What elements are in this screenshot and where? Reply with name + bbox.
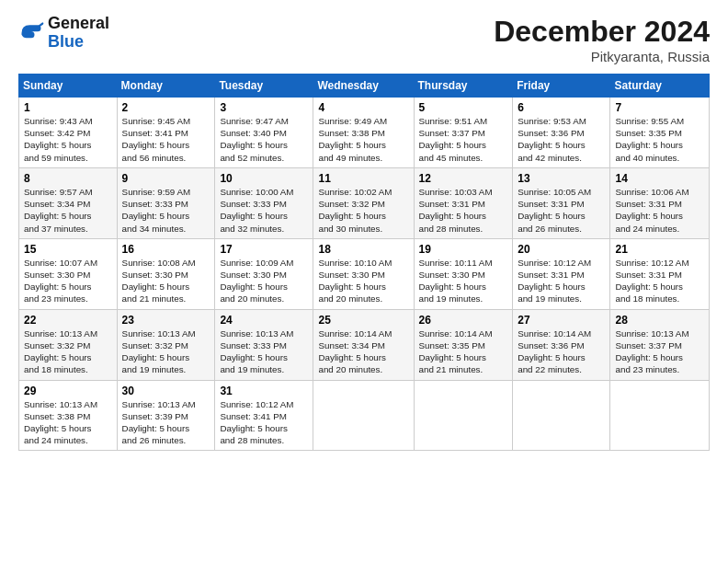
day-number: 9: [122, 172, 210, 185]
calendar-cell: [414, 380, 513, 451]
header-tuesday: Tuesday: [215, 75, 313, 98]
day-info: Sunrise: 9:55 AM Sunset: 3:35 PM Dayligh…: [615, 115, 704, 164]
logo: General Blue: [18, 15, 109, 52]
day-number: 18: [318, 243, 408, 256]
day-info: Sunrise: 10:00 AM Sunset: 3:33 PM Daylig…: [220, 186, 308, 235]
day-number: 8: [24, 172, 112, 185]
calendar-cell: 17Sunrise: 10:09 AM Sunset: 3:30 PM Dayl…: [215, 238, 313, 309]
day-info: Sunrise: 9:47 AM Sunset: 3:40 PM Dayligh…: [220, 115, 308, 164]
calendar-cell: 24Sunrise: 10:13 AM Sunset: 3:33 PM Dayl…: [215, 309, 313, 380]
calendar-cell: 14Sunrise: 10:06 AM Sunset: 3:31 PM Dayl…: [610, 167, 710, 238]
day-info: Sunrise: 10:09 AM Sunset: 3:30 PM Daylig…: [220, 257, 308, 305]
calendar-table: Sunday Monday Tuesday Wednesday Thursday…: [18, 74, 710, 451]
calendar-cell: 26Sunrise: 10:14 AM Sunset: 3:35 PM Dayl…: [414, 309, 513, 380]
calendar-cell: 5Sunrise: 9:51 AM Sunset: 3:37 PM Daylig…: [414, 98, 513, 168]
calendar-cell: [313, 380, 414, 451]
calendar-cell: 27Sunrise: 10:14 AM Sunset: 3:36 PM Dayl…: [513, 309, 610, 380]
calendar-cell: 28Sunrise: 10:13 AM Sunset: 3:37 PM Dayl…: [610, 309, 710, 380]
page: General Blue December 2024 Pitkyaranta, …: [0, 0, 728, 563]
day-number: 3: [220, 101, 308, 114]
day-info: Sunrise: 10:13 AM Sunset: 3:39 PM Daylig…: [122, 398, 210, 447]
day-info: Sunrise: 10:12 AM Sunset: 3:31 PM Daylig…: [518, 257, 605, 305]
calendar-week-2: 8Sunrise: 9:57 AM Sunset: 3:34 PM Daylig…: [19, 167, 710, 238]
calendar-cell: 31Sunrise: 10:12 AM Sunset: 3:41 PM Dayl…: [215, 380, 313, 451]
day-info: Sunrise: 10:13 AM Sunset: 3:38 PM Daylig…: [24, 398, 112, 447]
day-info: Sunrise: 10:05 AM Sunset: 3:31 PM Daylig…: [518, 186, 605, 235]
header-friday: Friday: [513, 75, 610, 98]
day-number: 16: [122, 243, 210, 256]
calendar-week-1: 1Sunrise: 9:43 AM Sunset: 3:42 PM Daylig…: [19, 98, 710, 168]
day-number: 23: [122, 314, 210, 327]
day-info: Sunrise: 10:10 AM Sunset: 3:30 PM Daylig…: [318, 257, 408, 305]
location: Pitkyaranta, Russia: [494, 49, 710, 64]
calendar-header-row: Sunday Monday Tuesday Wednesday Thursday…: [19, 75, 710, 98]
header-sunday: Sunday: [19, 75, 118, 98]
day-number: 29: [24, 385, 112, 397]
day-info: Sunrise: 10:07 AM Sunset: 3:30 PM Daylig…: [24, 257, 112, 305]
calendar-cell: 25Sunrise: 10:14 AM Sunset: 3:34 PM Dayl…: [313, 309, 414, 380]
day-number: 24: [220, 314, 308, 327]
calendar-cell: [610, 380, 710, 451]
logo-text: General Blue: [48, 15, 109, 52]
day-number: 6: [518, 101, 605, 114]
day-number: 21: [615, 243, 704, 256]
day-number: 5: [419, 101, 508, 114]
logo-icon: [18, 20, 44, 46]
day-info: Sunrise: 10:13 AM Sunset: 3:32 PM Daylig…: [122, 327, 210, 376]
calendar-cell: 23Sunrise: 10:13 AM Sunset: 3:32 PM Dayl…: [117, 309, 215, 380]
day-number: 22: [24, 314, 112, 327]
day-info: Sunrise: 10:13 AM Sunset: 3:33 PM Daylig…: [220, 327, 308, 376]
header-wednesday: Wednesday: [313, 75, 414, 98]
day-info: Sunrise: 9:45 AM Sunset: 3:41 PM Dayligh…: [122, 115, 210, 164]
day-info: Sunrise: 10:06 AM Sunset: 3:31 PM Daylig…: [615, 186, 704, 235]
day-number: 19: [419, 243, 508, 256]
day-info: Sunrise: 10:13 AM Sunset: 3:37 PM Daylig…: [615, 327, 704, 376]
day-info: Sunrise: 10:02 AM Sunset: 3:32 PM Daylig…: [318, 186, 408, 235]
calendar-cell: 29Sunrise: 10:13 AM Sunset: 3:38 PM Dayl…: [19, 380, 118, 451]
day-number: 10: [220, 172, 308, 185]
day-info: Sunrise: 10:11 AM Sunset: 3:30 PM Daylig…: [419, 257, 508, 305]
day-number: 30: [122, 385, 210, 397]
calendar-week-4: 22Sunrise: 10:13 AM Sunset: 3:32 PM Dayl…: [19, 309, 710, 380]
day-number: 12: [419, 172, 508, 185]
calendar-cell: 19Sunrise: 10:11 AM Sunset: 3:30 PM Dayl…: [414, 238, 513, 309]
calendar-cell: 15Sunrise: 10:07 AM Sunset: 3:30 PM Dayl…: [19, 238, 118, 309]
day-number: 26: [419, 314, 508, 327]
day-number: 25: [318, 314, 408, 327]
calendar-cell: 18Sunrise: 10:10 AM Sunset: 3:30 PM Dayl…: [313, 238, 414, 309]
calendar-cell: 1Sunrise: 9:43 AM Sunset: 3:42 PM Daylig…: [19, 98, 118, 168]
calendar-cell: 12Sunrise: 10:03 AM Sunset: 3:31 PM Dayl…: [414, 167, 513, 238]
calendar-cell: 2Sunrise: 9:45 AM Sunset: 3:41 PM Daylig…: [117, 98, 215, 168]
day-info: Sunrise: 10:14 AM Sunset: 3:36 PM Daylig…: [518, 327, 605, 376]
day-number: 20: [518, 243, 605, 256]
day-number: 14: [615, 172, 704, 185]
calendar-cell: 30Sunrise: 10:13 AM Sunset: 3:39 PM Dayl…: [117, 380, 215, 451]
day-info: Sunrise: 10:12 AM Sunset: 3:31 PM Daylig…: [615, 257, 704, 305]
day-info: Sunrise: 9:53 AM Sunset: 3:36 PM Dayligh…: [518, 115, 605, 164]
day-info: Sunrise: 10:14 AM Sunset: 3:35 PM Daylig…: [419, 327, 508, 376]
calendar-cell: [513, 380, 610, 451]
day-number: 31: [220, 385, 308, 397]
header-monday: Monday: [117, 75, 215, 98]
calendar-week-5: 29Sunrise: 10:13 AM Sunset: 3:38 PM Dayl…: [19, 380, 710, 451]
calendar-cell: 6Sunrise: 9:53 AM Sunset: 3:36 PM Daylig…: [513, 98, 610, 168]
header-thursday: Thursday: [414, 75, 513, 98]
day-info: Sunrise: 10:14 AM Sunset: 3:34 PM Daylig…: [318, 327, 408, 376]
header: General Blue December 2024 Pitkyaranta, …: [18, 15, 710, 64]
month-title: December 2024: [494, 15, 710, 49]
day-number: 17: [220, 243, 308, 256]
day-info: Sunrise: 10:08 AM Sunset: 3:30 PM Daylig…: [122, 257, 210, 305]
calendar-cell: 22Sunrise: 10:13 AM Sunset: 3:32 PM Dayl…: [19, 309, 118, 380]
day-number: 13: [518, 172, 605, 185]
day-number: 28: [615, 314, 704, 327]
day-info: Sunrise: 9:43 AM Sunset: 3:42 PM Dayligh…: [24, 115, 112, 164]
calendar-cell: 7Sunrise: 9:55 AM Sunset: 3:35 PM Daylig…: [610, 98, 710, 168]
day-number: 7: [615, 101, 704, 114]
calendar-cell: 3Sunrise: 9:47 AM Sunset: 3:40 PM Daylig…: [215, 98, 313, 168]
title-block: December 2024 Pitkyaranta, Russia: [494, 15, 710, 64]
day-number: 11: [318, 172, 408, 185]
day-info: Sunrise: 10:13 AM Sunset: 3:32 PM Daylig…: [24, 327, 112, 376]
calendar-cell: 13Sunrise: 10:05 AM Sunset: 3:31 PM Dayl…: [513, 167, 610, 238]
header-saturday: Saturday: [610, 75, 710, 98]
day-info: Sunrise: 9:51 AM Sunset: 3:37 PM Dayligh…: [419, 115, 508, 164]
